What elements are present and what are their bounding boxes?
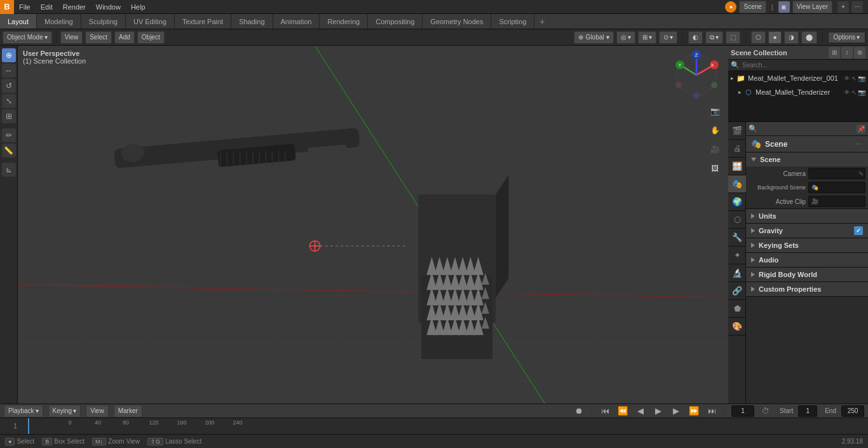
props-header-options[interactable]: ⋯	[854, 140, 863, 149]
tab-texture-paint[interactable]: Texture Paint	[175, 14, 231, 29]
scene-section-header[interactable]: Scene	[746, 153, 868, 166]
next-keyframe-btn[interactable]: ▶	[670, 405, 682, 417]
play-btn[interactable]: ▶	[652, 405, 665, 417]
render-props-btn[interactable]: 🎬	[728, 122, 746, 140]
pan-view-btn[interactable]: ✋	[707, 122, 723, 139]
disable-select-icon[interactable]: ↖	[851, 75, 857, 82]
object-menu-btn[interactable]: Object	[137, 31, 165, 44]
physics-props-btn[interactable]: 🔬	[728, 264, 746, 282]
scene-selector[interactable]: Scene	[739, 1, 766, 13]
viewport-3d[interactable]: User Perspective (1) Scene Collection X …	[18, 46, 728, 404]
modifier-props-btn[interactable]: 🔧	[728, 229, 746, 247]
keying-btn[interactable]: Keying ▾	[48, 405, 81, 417]
add-workspace-btn[interactable]: +	[534, 17, 550, 27]
current-frame-input[interactable]	[731, 405, 754, 417]
audio-section-header[interactable]: Audio	[746, 253, 868, 267]
timeline-body[interactable]: 1 0 40 80 120 160 200 240	[0, 418, 868, 434]
move-tool-btn[interactable]: ↔	[2, 64, 16, 78]
transform-tool-btn[interactable]: ⊞	[2, 109, 16, 123]
sync-btn[interactable]: ↕	[841, 47, 853, 58]
transform-orientation-btn[interactable]: ⊕ Global ▾	[574, 31, 614, 44]
menu-file[interactable]: File	[14, 0, 36, 13]
outliner-search-input[interactable]	[742, 62, 865, 69]
playback-btn[interactable]: Playback ▾	[4, 405, 43, 417]
output-props-btn[interactable]: 🖨	[728, 140, 746, 158]
overlay-btn[interactable]: ⧉ ▾	[705, 31, 723, 44]
units-section-header[interactable]: Units	[746, 209, 868, 223]
disable-render-icon[interactable]: 📷	[858, 75, 865, 82]
jump-start-btn[interactable]: ⏮	[599, 405, 611, 417]
tab-uv-editing[interactable]: UV Editing	[126, 14, 175, 29]
select-mesh-icon[interactable]: ↖	[851, 89, 857, 96]
data-props-btn[interactable]: ⬟	[728, 300, 746, 318]
tab-scripting[interactable]: Scripting	[491, 14, 534, 29]
tab-shading[interactable]: Shading	[231, 14, 273, 29]
menu-help[interactable]: Help	[126, 0, 151, 13]
tab-layout[interactable]: Layout	[0, 14, 37, 29]
scale-tool-btn[interactable]: ⤡	[2, 94, 16, 108]
xray-btn[interactable]: ⬚	[726, 31, 740, 44]
filter-btn[interactable]: ⊞	[829, 47, 840, 58]
jump-end-btn[interactable]: ⏭	[705, 405, 718, 417]
tab-geometry-nodes[interactable]: Geometry Nodes	[423, 14, 491, 29]
camera-view-btn[interactable]: 📷	[707, 103, 723, 119]
menu-window[interactable]: Window	[91, 0, 126, 13]
marker-btn[interactable]: Marker	[114, 405, 142, 417]
render-preview-btn[interactable]: 🖼	[707, 160, 723, 177]
camera-value[interactable]: ✎	[808, 168, 865, 179]
prev-keyframe-btn[interactable]: ◀	[634, 405, 647, 417]
rigid-body-header[interactable]: Rigid Body World	[746, 268, 868, 282]
view-menu-btn[interactable]: View	[60, 31, 83, 44]
view-menu-tl-btn[interactable]: View	[86, 405, 109, 417]
outliner-item-collection[interactable]: ▸ 📁 Meat_Mallet_Tenderizer_001 👁 ↖ 📷	[728, 71, 868, 85]
tab-rendering[interactable]: Rendering	[320, 14, 368, 29]
render-shade-btn[interactable]: ◐	[688, 31, 703, 44]
tab-modeling[interactable]: Modeling	[37, 14, 81, 29]
material-shading-btn[interactable]: ◑	[784, 31, 799, 44]
timeline-track[interactable]: 0 40 80 120 160 200 240	[28, 418, 865, 434]
end-frame-input[interactable]	[841, 405, 864, 417]
measure-tool-btn[interactable]: 📏	[2, 144, 16, 158]
next-frame-btn[interactable]: ⏩	[688, 405, 700, 417]
gravity-checkbox[interactable]: ✓	[854, 226, 863, 235]
constraints-props-btn[interactable]: 🔗	[728, 282, 746, 300]
scene-props-btn[interactable]: 🎭	[728, 175, 746, 193]
new-scene-btn[interactable]: +	[837, 1, 849, 13]
proportional-edit-btn[interactable]: ⊙ ▾	[659, 31, 677, 44]
search-filter-btn[interactable]: ⊛	[854, 47, 865, 58]
snap-btn[interactable]: ⊞ ▾	[638, 31, 656, 44]
tab-animation[interactable]: Animation	[273, 14, 320, 29]
world-props-btn[interactable]: 🌍	[728, 193, 746, 211]
custom-props-header[interactable]: Custom Properties	[746, 282, 868, 296]
solid-shading-btn[interactable]: ●	[768, 31, 781, 44]
active-clip-value[interactable]: 🎥	[808, 196, 865, 207]
pivot-point-btn[interactable]: ◎ ▾	[616, 31, 635, 44]
object-mode-btn[interactable]: Object Mode ▾	[3, 31, 52, 44]
gravity-section-header[interactable]: Gravity ✓	[746, 224, 868, 238]
navigation-gizmo[interactable]: X Y Z	[671, 50, 722, 100]
cursor-tool-btn[interactable]: ⊕	[2, 48, 16, 62]
scene-options-btn[interactable]: ⋯	[851, 1, 863, 13]
start-frame-input[interactable]	[798, 405, 817, 417]
wireframe-shading-btn[interactable]: ⬡	[751, 31, 766, 44]
hide-mesh-icon[interactable]: 👁	[844, 89, 850, 96]
prev-frame-btn[interactable]: ⏪	[616, 405, 629, 417]
view-layer-selector[interactable]: View Layer	[792, 1, 832, 13]
viewport-options-btn[interactable]: Options ▾	[828, 32, 865, 43]
render-shading-btn[interactable]: ⬤	[801, 31, 817, 44]
material-props-btn[interactable]: 🎨	[728, 318, 746, 336]
record-btn[interactable]: ⏺	[573, 405, 585, 417]
keying-sets-header[interactable]: Keying Sets	[746, 238, 868, 252]
object-props-btn[interactable]: ⬡	[728, 211, 746, 229]
extra-tool-btn[interactable]: ⊾	[2, 163, 16, 177]
rotate-tool-btn[interactable]: ↺	[2, 79, 16, 93]
view-layer-props-btn[interactable]: 🪟	[728, 158, 746, 175]
props-pin-btn[interactable]: 📌	[857, 125, 865, 133]
menu-edit[interactable]: Edit	[36, 0, 58, 13]
render-mesh-icon[interactable]: 📷	[858, 89, 865, 96]
outliner-item-mesh[interactable]: ▸ ⬡ Meat_Mallet_Tenderizer 👁 ↖ 📷	[736, 85, 868, 99]
add-menu-btn[interactable]: Add	[114, 31, 135, 44]
annotate-tool-btn[interactable]: ✏	[2, 128, 16, 142]
select-menu-btn[interactable]: Select	[85, 31, 112, 44]
background-value[interactable]: 🎭	[808, 182, 865, 193]
